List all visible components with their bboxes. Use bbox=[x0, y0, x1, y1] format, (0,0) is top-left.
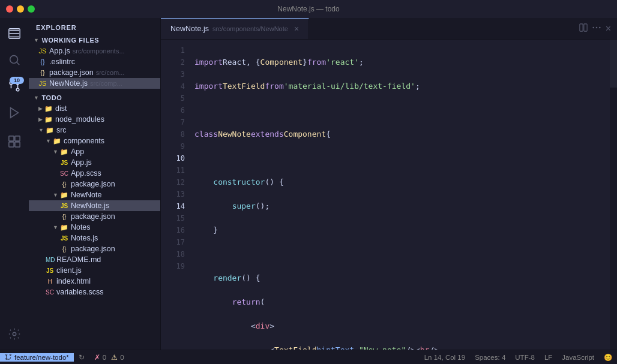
feedback-status[interactable]: 😊 bbox=[599, 353, 617, 362]
src-folder-icon: 📁 bbox=[46, 127, 54, 134]
line-num-15: 15 bbox=[161, 212, 185, 224]
file-readme-md[interactable]: MD README.md bbox=[29, 254, 160, 265]
svg-rect-8 bbox=[15, 136, 20, 141]
line-num-18: 18 bbox=[161, 248, 185, 260]
working-file-newnote[interactable]: JS NewNote.js src/comp... bbox=[29, 78, 160, 89]
source-control-activity-icon[interactable] bbox=[4, 76, 25, 97]
newnote-package-json-icon: {} bbox=[60, 213, 68, 220]
file-notes-package-json[interactable]: {} package.json bbox=[29, 243, 160, 254]
language-label: JavaScript bbox=[562, 354, 594, 361]
svg-rect-10 bbox=[15, 142, 20, 147]
status-left: feature/new-todo* ↻ ✗ 0 ⚠ 0 bbox=[0, 353, 129, 362]
file-index-html-label: index.html bbox=[56, 277, 91, 285]
window-controls[interactable] bbox=[6, 5, 35, 13]
close-editor-button[interactable]: × bbox=[604, 22, 612, 35]
editor-tab-newnote[interactable]: NewNote.js src/components/NewNote × bbox=[161, 18, 309, 39]
working-files-label: WORKING FILES bbox=[41, 37, 99, 44]
json-file-icon: {} bbox=[38, 69, 47, 76]
more-actions-button[interactable] bbox=[591, 22, 602, 35]
file-app-scss[interactable]: SC App.scss bbox=[29, 168, 160, 179]
folder-newnote[interactable]: ▼ 📁 NewNote bbox=[29, 189, 160, 200]
file-notes-js-label: Notes.js bbox=[71, 234, 98, 242]
folder-node-modules-label: node_modules bbox=[55, 115, 104, 124]
cursor-position-status[interactable]: Ln 14, Col 19 bbox=[420, 354, 470, 361]
file-newnote-package-json[interactable]: {} package.json bbox=[29, 211, 160, 222]
close-button[interactable] bbox=[6, 5, 13, 13]
line-num-9: 9 bbox=[161, 140, 185, 152]
git-branch-icon bbox=[5, 353, 12, 362]
code-line-6: constructor() { bbox=[194, 176, 610, 188]
line-num-3: 3 bbox=[161, 68, 185, 80]
working-file-packagejson[interactable]: {} package.json src/com... bbox=[29, 67, 160, 78]
line-num-5: 5 bbox=[161, 92, 185, 104]
file-client-js[interactable]: JS client.js bbox=[29, 265, 160, 276]
folder-app[interactable]: ▼ 📁 App bbox=[29, 146, 160, 157]
code-line-8: } bbox=[194, 224, 610, 236]
explorer-activity-icon[interactable] bbox=[4, 23, 25, 44]
error-icon: ✗ bbox=[94, 353, 100, 362]
spaces-status[interactable]: Spaces: 4 bbox=[470, 354, 510, 361]
errors-status[interactable]: ✗ 0 ⚠ 0 bbox=[89, 353, 129, 362]
code-line-3 bbox=[194, 104, 610, 116]
debug-activity-icon[interactable] bbox=[4, 102, 25, 124]
app-package-json-icon: {} bbox=[60, 181, 68, 188]
encoding-label: UTF-8 bbox=[515, 354, 535, 361]
app-folder-icon: 📁 bbox=[60, 148, 68, 156]
todo-section[interactable]: ▼ TODO bbox=[29, 92, 160, 103]
maximize-button[interactable] bbox=[28, 5, 35, 13]
file-newnote-js-label: NewNote.js bbox=[71, 201, 109, 210]
code-editor[interactable]: 1 2 3 4 5 6 7 8 9 10 11 12 13 14 15 16 1… bbox=[161, 40, 617, 350]
activity-bar bbox=[0, 18, 29, 350]
line-num-1: 1 bbox=[161, 44, 185, 56]
code-content[interactable]: import React, {Component} from 'react'; … bbox=[190, 40, 610, 350]
settings-activity-icon[interactable] bbox=[4, 323, 25, 345]
working-file-appjs-path: src/components... bbox=[73, 47, 125, 55]
editor-tabs: NewNote.js src/components/NewNote × × bbox=[161, 18, 617, 40]
file-variables-scss[interactable]: SC variables.scss bbox=[29, 287, 160, 297]
language-status[interactable]: JavaScript bbox=[557, 354, 599, 361]
working-files-tree: JS App.js src/components... {} .eslintrc… bbox=[29, 46, 160, 89]
folder-notes[interactable]: ▼ 📁 Notes bbox=[29, 222, 160, 233]
folder-dist[interactable]: ▶ 📁 dist bbox=[29, 103, 160, 114]
tab-actions: × bbox=[573, 22, 617, 35]
working-files-section[interactable]: ▼ WORKING FILES bbox=[29, 35, 160, 46]
warning-icon: ⚠ bbox=[111, 353, 118, 362]
file-readme-md-label: README.md bbox=[56, 255, 101, 264]
folder-components[interactable]: ▼ 📁 components bbox=[29, 136, 160, 146]
node-modules-chevron: ▶ bbox=[38, 116, 43, 122]
minimize-button[interactable] bbox=[17, 5, 24, 13]
app-scss-icon: SC bbox=[60, 170, 68, 177]
working-file-packagejson-path: src/com... bbox=[96, 69, 125, 76]
errors-count: 0 bbox=[103, 354, 106, 361]
working-file-eslintrc[interactable]: {} .eslintrc bbox=[29, 56, 160, 67]
sync-status[interactable]: ↻ bbox=[74, 353, 89, 362]
git-branch-status[interactable]: feature/new-todo* bbox=[0, 353, 74, 362]
file-notes-js[interactable]: JS Notes.js bbox=[29, 233, 160, 243]
svg-point-15 bbox=[595, 27, 597, 29]
line-num-17: 17 bbox=[161, 236, 185, 248]
src-chevron: ▼ bbox=[38, 127, 44, 133]
code-line-4: class NewNote extends Component { bbox=[194, 128, 610, 140]
extensions-activity-icon[interactable] bbox=[4, 131, 25, 152]
file-index-html[interactable]: H index.html bbox=[29, 276, 160, 287]
folder-node-modules[interactable]: ▶ 📁 node_modules bbox=[29, 114, 160, 125]
newnote-chevron: ▼ bbox=[53, 192, 58, 198]
line-ending-status[interactable]: LF bbox=[540, 354, 557, 361]
eslint-file-icon: {} bbox=[38, 58, 47, 65]
split-editor-button[interactable] bbox=[578, 22, 589, 35]
file-client-js-label: client.js bbox=[56, 266, 82, 275]
working-file-appjs[interactable]: JS App.js src/components... bbox=[29, 46, 160, 56]
line-num-11: 11 bbox=[161, 164, 185, 176]
working-file-newnote-path: src/comp... bbox=[90, 80, 122, 87]
file-app-package-json[interactable]: {} package.json bbox=[29, 179, 160, 189]
file-newnote-js[interactable]: JS NewNote.js bbox=[29, 200, 160, 211]
minimap[interactable] bbox=[610, 40, 617, 350]
encoding-status[interactable]: UTF-8 bbox=[510, 354, 540, 361]
folder-src[interactable]: ▼ 📁 src bbox=[29, 125, 160, 136]
line-num-14: 14 bbox=[161, 200, 185, 212]
search-activity-icon[interactable] bbox=[4, 49, 25, 71]
file-variables-scss-label: variables.scss bbox=[56, 288, 104, 296]
tab-close-button[interactable]: × bbox=[294, 24, 299, 34]
file-app-js[interactable]: JS App.js bbox=[29, 157, 160, 168]
js-file-icon: JS bbox=[38, 47, 47, 55]
